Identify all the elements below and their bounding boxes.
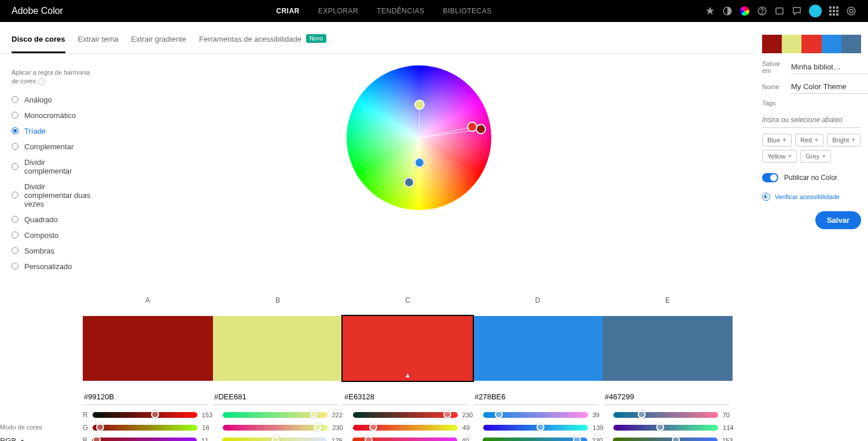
r-slider[interactable] — [613, 412, 718, 418]
b-slider-cell: 40 — [352, 437, 478, 441]
wheel-handle[interactable] — [414, 157, 425, 168]
svg-point-4 — [847, 7, 855, 15]
g-slider[interactable] — [93, 425, 197, 431]
novo-badge: Novo — [306, 34, 326, 43]
rule-dividir-complementar-duas-vezes[interactable]: Dividir complementar duas vezes — [12, 182, 94, 208]
b-slider[interactable] — [222, 438, 327, 441]
channel-b-label: B — [83, 436, 92, 441]
swatch-a[interactable] — [83, 316, 213, 381]
rule-sombras[interactable]: Sombras — [12, 247, 94, 255]
plus-icon: + — [851, 136, 855, 144]
theme-name-input[interactable] — [791, 80, 868, 94]
wheel-handle[interactable] — [404, 177, 414, 188]
svg-point-2 — [762, 13, 762, 13]
tab-extrair-gradiente[interactable]: Extrair gradiente — [131, 35, 186, 53]
chip-label: Blue — [767, 137, 780, 144]
g-slider[interactable] — [483, 425, 588, 431]
palette-row — [83, 316, 733, 381]
r-slider[interactable] — [223, 412, 328, 418]
news-icon[interactable] — [774, 6, 785, 16]
radio-icon — [12, 263, 19, 270]
rules-header: Aplicar a regra de harmonia de coresi — [12, 68, 94, 86]
tab-extrair-tema[interactable]: Extrair tema — [78, 35, 119, 53]
r-value: 70 — [723, 411, 739, 418]
wheel-handle[interactable] — [476, 124, 486, 134]
tag-chip-bright[interactable]: Bright+ — [827, 134, 860, 146]
rule-monocromático[interactable]: Monocromático — [12, 111, 94, 120]
b-value: 11 — [201, 437, 218, 441]
rule-personalizado[interactable]: Personalizado — [12, 262, 94, 271]
hex-input-d[interactable] — [473, 389, 599, 405]
b-value: 40 — [462, 437, 478, 441]
rule-label: Dividir complementar duas vezes — [24, 182, 94, 208]
swatch-b[interactable] — [213, 316, 343, 381]
swatch-letter: E — [602, 296, 733, 304]
hex-input-c[interactable] — [343, 389, 469, 405]
wheel-handle[interactable] — [414, 100, 425, 110]
hex-input-a[interactable] — [83, 389, 208, 405]
tag-chip-yellow[interactable]: Yellow+ — [762, 150, 797, 163]
publish-toggle[interactable] — [762, 173, 778, 182]
g-slider-cell: 49 — [353, 424, 479, 431]
nav-explorar[interactable]: EXPLORAR — [318, 7, 358, 15]
color-wheel-icon[interactable] — [740, 6, 750, 16]
chat-icon[interactable] — [792, 6, 802, 16]
b-slider[interactable] — [613, 438, 718, 441]
b-slider[interactable] — [483, 438, 587, 441]
save-button[interactable]: Salvar — [815, 211, 861, 229]
g-slider-cell: 18 — [93, 424, 218, 431]
nav-tendencias[interactable]: TENDÊNCIAS — [377, 7, 424, 15]
g-value: 139 — [593, 424, 609, 431]
r-slider[interactable] — [483, 412, 588, 418]
rule-complementar[interactable]: Complementar — [12, 142, 94, 151]
tag-chip-grey[interactable]: Grey+ — [800, 150, 831, 163]
rule-label: Tríade — [24, 127, 46, 135]
rule-tríade[interactable]: Tríade — [12, 127, 94, 135]
radio-icon — [12, 112, 19, 119]
b-slider[interactable] — [92, 438, 197, 441]
r-slider[interactable] — [353, 412, 458, 418]
r-slider-cell: 153 — [93, 411, 218, 418]
preview-swatch — [822, 35, 841, 53]
g-slider[interactable] — [353, 425, 458, 431]
rule-label: Composto — [24, 231, 58, 240]
user-avatar[interactable] — [809, 5, 822, 17]
nav-bibliotecas[interactable]: BIBLIOTECAS — [443, 7, 491, 15]
radio-icon — [12, 192, 19, 199]
help-icon[interactable] — [757, 6, 767, 16]
r-slider[interactable] — [93, 412, 197, 418]
tag-chip-blue[interactable]: Blue+ — [762, 134, 792, 146]
nav-criar[interactable]: CRIAR — [276, 7, 300, 15]
rule-quadrado[interactable]: Quadrado — [12, 215, 94, 224]
contrast-icon[interactable] — [722, 6, 733, 16]
g-slider[interactable] — [223, 425, 328, 431]
g-slider[interactable] — [613, 425, 718, 431]
color-wheel[interactable] — [347, 65, 491, 210]
swatch-e[interactable] — [602, 316, 733, 381]
tags-input[interactable] — [762, 112, 861, 128]
cc-icon[interactable] — [846, 6, 856, 16]
tag-chip-red[interactable]: Red+ — [795, 134, 823, 146]
accessibility-link[interactable]: ◐ Verificar acessibilidade — [762, 193, 861, 201]
tab-acessibilidade[interactable]: Ferramentas de acessibilidade Novo — [199, 35, 326, 53]
rule-label: Análogo — [24, 95, 52, 104]
apps-grid-icon[interactable] — [829, 6, 839, 16]
rule-composto[interactable]: Composto — [12, 231, 94, 240]
radio-icon — [12, 127, 19, 134]
rule-dividir-complementar[interactable]: Dividir complementar — [12, 158, 94, 175]
hex-input-e[interactable] — [604, 389, 729, 405]
b-slider[interactable] — [352, 438, 457, 441]
color-mode-select[interactable]: RGB ▾ — [0, 436, 83, 441]
rule-análogo[interactable]: Análogo — [12, 95, 94, 104]
info-icon[interactable]: i — [38, 78, 45, 85]
b-slider-cell: 153 — [613, 437, 738, 441]
palette-letters: ABCDE — [83, 296, 733, 304]
swatch-c[interactable] — [343, 316, 473, 381]
star-icon[interactable] — [705, 6, 715, 16]
tab-disco-de-cores[interactable]: Disco de cores — [12, 35, 65, 53]
swatch-d[interactable] — [473, 316, 603, 381]
hex-input-b[interactable] — [213, 389, 339, 405]
r-slider-cell: 230 — [353, 411, 479, 418]
color-mode-label: Modo de cores — [0, 424, 83, 431]
library-select[interactable] — [791, 60, 868, 74]
